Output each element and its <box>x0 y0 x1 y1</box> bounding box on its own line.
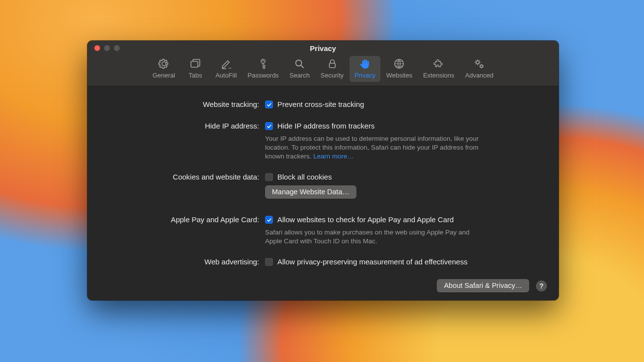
tab-label: AutoFill <box>215 72 237 79</box>
hand-icon <box>358 58 372 70</box>
search-icon <box>293 58 306 70</box>
svg-point-4 <box>263 60 264 62</box>
titlebar: Privacy GeneralTabsAutoFillPasswordsSear… <box>87 41 559 86</box>
svg-point-1 <box>229 68 230 69</box>
allow-apple-pay-checkbox[interactable] <box>265 216 273 224</box>
hide-ip-from-trackers-checkbox[interactable] <box>265 122 273 130</box>
privacy-pane: Website tracking: Prevent cross-site tra… <box>87 86 559 300</box>
globe-icon <box>392 58 406 70</box>
tab-autofill[interactable]: AutoFill <box>211 56 242 82</box>
tab-general[interactable]: General <box>148 56 180 82</box>
tab-label: Tabs <box>188 72 202 79</box>
tab-label: Privacy <box>354 72 376 79</box>
tab-search[interactable]: Search <box>285 56 315 82</box>
preferences-window: Privacy GeneralTabsAutoFillPasswordsSear… <box>87 41 559 300</box>
tab-label: Extensions <box>423 72 455 79</box>
help-icon: ? <box>539 282 544 290</box>
tab-label: Websites <box>386 72 412 79</box>
check-icon <box>267 217 272 223</box>
tab-websites[interactable]: Websites <box>381 56 417 82</box>
web-advertising-label: Web advertising: <box>102 257 259 267</box>
tab-label: Search <box>290 72 310 79</box>
svg-point-2 <box>230 68 231 69</box>
preferences-toolbar: GeneralTabsAutoFillPasswordsSearchSecuri… <box>87 56 559 82</box>
footer: About Safari & Privacy… ? <box>437 279 547 292</box>
website-tracking-label: Website tracking: <box>102 99 259 110</box>
hide-ip-from-trackers-label: Hide IP address from trackers <box>277 121 375 131</box>
tab-security[interactable]: Security <box>316 56 349 82</box>
tab-tabs[interactable]: Tabs <box>181 56 210 82</box>
prevent-cross-site-tracking-checkbox[interactable] <box>265 101 273 108</box>
tab-advanced[interactable]: Advanced <box>460 56 498 82</box>
close-window-button[interactable] <box>94 45 100 51</box>
key-icon <box>256 58 270 70</box>
learn-more-link[interactable]: Learn more… <box>313 153 354 160</box>
tab-label: Security <box>321 72 344 79</box>
manage-website-data-button[interactable]: Manage Website Data… <box>265 185 356 199</box>
apple-pay-label: Apple Pay and Apple Card: <box>102 214 259 225</box>
tab-privacy[interactable]: Privacy <box>349 56 380 82</box>
window-title: Privacy <box>87 41 559 52</box>
minimize-window-button[interactable] <box>104 45 110 51</box>
help-button[interactable]: ? <box>536 281 547 291</box>
cookies-label: Cookies and website data: <box>102 172 259 182</box>
svg-point-9 <box>481 65 483 68</box>
allow-ad-measurement-checkbox[interactable] <box>265 258 273 266</box>
hide-ip-label: Hide IP address: <box>102 121 259 131</box>
pencil-icon <box>219 58 233 70</box>
svg-rect-0 <box>191 61 198 67</box>
tab-passwords[interactable]: Passwords <box>242 56 284 82</box>
gear-icon <box>157 58 171 70</box>
puzzle-icon <box>432 58 446 70</box>
lock-icon <box>325 58 339 70</box>
window-controls <box>94 45 120 51</box>
allow-apple-pay-label: Allow websites to check for Apple Pay an… <box>277 214 454 225</box>
check-icon <box>267 124 272 129</box>
tab-label: Advanced <box>465 72 493 79</box>
svg-rect-6 <box>329 63 335 68</box>
apple-pay-description: Safari allows you to make purchases on t… <box>265 228 481 246</box>
prevent-cross-site-tracking-label: Prevent cross-site tracking <box>277 99 364 110</box>
tabs-icon <box>188 58 202 70</box>
check-icon <box>267 102 272 107</box>
hide-ip-description: Your IP address can be used to determine… <box>265 134 496 161</box>
tab-label: Passwords <box>247 72 279 79</box>
about-safari-privacy-button[interactable]: About Safari & Privacy… <box>437 279 529 292</box>
allow-ad-measurement-label: Allow privacy-preserving measurement of … <box>277 257 467 267</box>
tab-extensions[interactable]: Extensions <box>418 56 459 82</box>
block-all-cookies-label: Block all cookies <box>277 172 332 182</box>
gears-icon <box>472 58 486 70</box>
block-all-cookies-checkbox[interactable] <box>265 173 273 181</box>
tab-label: General <box>153 72 175 79</box>
svg-point-8 <box>476 61 479 64</box>
zoom-window-button[interactable] <box>114 45 120 51</box>
